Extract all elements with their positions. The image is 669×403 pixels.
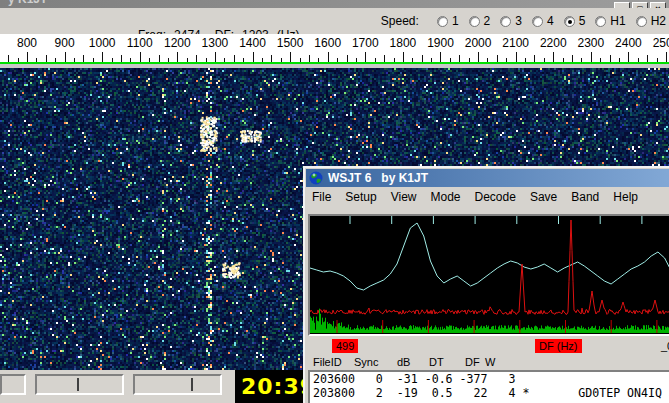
header-sync: Sync xyxy=(354,356,378,368)
specjt-titlebar-surface: y K1JT xyxy=(0,0,669,8)
header-w: W xyxy=(485,356,495,368)
radio-circle-icon[interactable] xyxy=(636,16,647,27)
slider-left-partial[interactable] xyxy=(0,374,26,395)
ruler-label-2100: 2100 xyxy=(502,36,529,50)
ruler-ticks xyxy=(0,50,669,62)
speed-radio-1[interactable]: 1 xyxy=(437,14,459,28)
radio-circle-icon[interactable] xyxy=(595,16,606,27)
ruler-label-1000: 1000 xyxy=(89,36,116,50)
spectrum-plot-frame xyxy=(308,214,669,336)
speed-label: Speed: xyxy=(381,14,419,28)
frequency-ruler[interactable]: 8009001000110012001300140015001600170018… xyxy=(0,34,669,62)
speed-option-label: 3 xyxy=(515,14,522,28)
ruler-label-2500: 2500 xyxy=(653,36,669,50)
decode-row[interactable]: 203800 2 -19 0.5 22 4 * GD0TEP ON4IQ JO2… xyxy=(310,386,669,400)
ruler-label-2000: 2000 xyxy=(465,36,492,50)
ruler-label-1200: 1200 xyxy=(164,36,191,50)
wsjt-window: WSJT 6 by K1JT FileSetupViewModeDecodeSa… xyxy=(303,166,669,403)
specjt-titlebar[interactable]: y K1JT _ □ × xyxy=(0,0,669,8)
speed-option-label: 1 xyxy=(452,14,459,28)
gain-slider-1[interactable] xyxy=(35,374,124,395)
menu-view[interactable]: View xyxy=(391,190,417,204)
wsjt-titlebar[interactable]: WSJT 6 by K1JT xyxy=(306,169,669,187)
ruler-label-1100: 1100 xyxy=(127,36,153,50)
radio-circle-icon[interactable] xyxy=(469,16,480,27)
desktop-screen: y K1JT _ □ × Freq:2474DF:1203(Hz) Speed:… xyxy=(0,0,669,403)
decode-table-headers: FileIDSyncdBDTDFW xyxy=(305,355,669,370)
speed-radio-4[interactable]: 4 xyxy=(532,14,554,28)
header-db: dB xyxy=(397,356,410,368)
menu-save[interactable]: Save xyxy=(530,190,557,204)
menu-decode[interactable]: Decode xyxy=(475,190,516,204)
radio-circle-icon[interactable] xyxy=(564,16,575,27)
ruler-label-2200: 2200 xyxy=(540,36,567,50)
header-df: DF xyxy=(465,356,480,368)
plot-status-row: 499 DF (Hz) _0 xyxy=(305,338,669,355)
menu-file[interactable]: File xyxy=(312,190,331,204)
radio-circle-icon[interactable] xyxy=(437,16,448,27)
speed-radio-2[interactable]: 2 xyxy=(469,14,491,28)
wsjt-menubar: FileSetupViewModeDecodeSaveBandHelp xyxy=(305,187,669,206)
ruler-label-2400: 2400 xyxy=(615,36,642,50)
menu-setup[interactable]: Setup xyxy=(345,190,376,204)
freq-status-badge: 499 xyxy=(332,339,358,353)
ruler-label-1300: 1300 xyxy=(202,36,229,50)
menu-help[interactable]: Help xyxy=(613,190,638,204)
speed-radio-5[interactable]: 5 xyxy=(564,14,586,28)
speed-options: 12345H1H2 xyxy=(427,14,666,28)
ruler-label-900: 900 xyxy=(55,36,75,50)
slider-thumb[interactable] xyxy=(77,378,79,391)
ruler-label-1900: 1900 xyxy=(427,36,454,50)
ruler-label-1700: 1700 xyxy=(352,36,379,50)
wsjt-globe-icon xyxy=(309,171,323,185)
radio-circle-icon[interactable] xyxy=(532,16,543,27)
speed-radio-group: Speed: 12345H1H2 xyxy=(381,14,666,28)
spectrum-canvas[interactable] xyxy=(310,216,669,334)
header-fileid: FileID xyxy=(313,356,342,368)
decode-row[interactable]: 203600 0 -31 -0.6 -377 3 xyxy=(310,372,669,386)
ruler-label-1400: 1400 xyxy=(239,36,266,50)
header-dt: DT xyxy=(429,356,444,368)
speed-option-label: 4 xyxy=(547,14,554,28)
speed-radio-H2[interactable]: H2 xyxy=(636,14,666,28)
wsjt-window-title: WSJT 6 by K1JT xyxy=(328,171,428,185)
utc-time-value: 20:39 xyxy=(241,374,309,399)
ruler-label-1800: 1800 xyxy=(390,36,417,50)
df-axis-badge: DF (Hz) xyxy=(535,339,582,353)
speed-option-label: H1 xyxy=(610,14,625,28)
ruler-label-1600: 1600 xyxy=(314,36,341,50)
specjt-window-title: y K1JT xyxy=(8,0,47,6)
gain-slider-2[interactable] xyxy=(133,374,222,395)
menu-band[interactable]: Band xyxy=(571,190,599,204)
speed-option-label: 5 xyxy=(579,14,586,28)
speed-option-label: H2 xyxy=(651,14,666,28)
slider-thumb[interactable] xyxy=(191,378,193,391)
speed-radio-H1[interactable]: H1 xyxy=(595,14,625,28)
radio-circle-icon[interactable] xyxy=(500,16,511,27)
specjt-control-bar: Freq:2474DF:1203(Hz) Speed: 12345H1H2 xyxy=(0,8,669,34)
speed-radio-3[interactable]: 3 xyxy=(500,14,522,28)
ruler-label-800: 800 xyxy=(17,36,37,50)
speed-option-label: 2 xyxy=(484,14,491,28)
decode-text-area[interactable]: 203600 0 -31 -0.6 -377 3203800 2 -19 0.5… xyxy=(308,370,669,403)
ruler-label-1500: 1500 xyxy=(277,36,304,50)
menu-mode[interactable]: Mode xyxy=(431,190,461,204)
clipped-right-label: _0 xyxy=(661,340,669,352)
utc-clock: 20:39 xyxy=(235,370,309,403)
ruler-label-2300: 2300 xyxy=(577,36,604,50)
